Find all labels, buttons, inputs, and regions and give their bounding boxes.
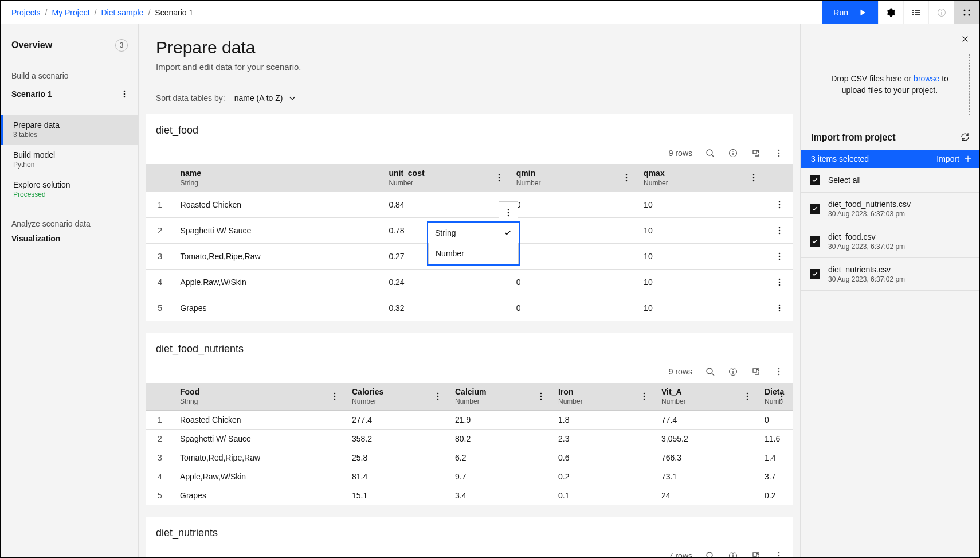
info-icon[interactable] bbox=[728, 551, 738, 557]
table-title: diet_food_nutrients bbox=[146, 333, 793, 363]
row-menu-icon[interactable] bbox=[771, 300, 787, 316]
column-menu-icon[interactable] bbox=[618, 170, 634, 186]
row-count: 9 rows bbox=[669, 367, 692, 376]
table-row: 4Apple,Raw,W/Skin0.24010 bbox=[146, 270, 793, 295]
table-menu-icon[interactable] bbox=[774, 366, 784, 377]
row-menu-icon[interactable] bbox=[771, 223, 787, 239]
sidebar-left: Overview 3 Build a scenario Scenario 1 P… bbox=[1, 24, 139, 557]
table-row: 1Roasted Chicken0.84010 bbox=[146, 192, 793, 218]
dropzone[interactable]: Drop CSV files here or browse to upload … bbox=[810, 54, 970, 115]
table-title: diet_nutrients bbox=[146, 517, 793, 547]
name-column-kebab[interactable] bbox=[499, 201, 518, 224]
import-from-project-title: Import from project bbox=[811, 132, 896, 143]
sidebar-item-prepare-data[interactable]: Prepare data3 tables bbox=[1, 115, 138, 145]
search-icon[interactable] bbox=[705, 148, 715, 158]
build-scenario-label: Build a scenario bbox=[1, 61, 138, 84]
file-row[interactable]: diet_food.csv30 Aug 2023, 6:37:02 pm bbox=[801, 225, 979, 258]
select-all-row[interactable]: Select all bbox=[801, 168, 979, 193]
breadcrumb-projects[interactable]: Projects bbox=[11, 8, 41, 17]
page-title: Prepare data bbox=[156, 38, 783, 57]
column-type-dropdown[interactable]: String Number bbox=[427, 221, 520, 266]
run-button[interactable]: Run bbox=[822, 1, 878, 24]
import-panel: Drop CSV files here or browse to upload … bbox=[800, 24, 979, 557]
search-icon[interactable] bbox=[705, 551, 715, 557]
file-checkbox[interactable] bbox=[810, 269, 820, 279]
column-menu-icon[interactable] bbox=[746, 170, 762, 186]
table-row: 2Spaghetti W/ Sauce358.280.22.33,055.211… bbox=[146, 430, 793, 448]
breadcrumb-diet-sample[interactable]: Diet sample bbox=[101, 8, 143, 17]
row-menu-icon[interactable] bbox=[771, 248, 787, 264]
sort-label: Sort data tables by: bbox=[156, 93, 225, 103]
row-menu-icon[interactable] bbox=[771, 274, 787, 290]
import-button[interactable]: Import bbox=[936, 154, 972, 163]
table-menu-icon[interactable] bbox=[774, 148, 784, 158]
browse-link[interactable]: browse bbox=[914, 74, 939, 83]
export-icon[interactable] bbox=[751, 148, 761, 158]
column-menu-icon[interactable] bbox=[774, 388, 790, 404]
info-icon[interactable] bbox=[728, 148, 738, 158]
export-icon[interactable] bbox=[751, 366, 761, 377]
page-description: Import and edit data for your scenario. bbox=[156, 62, 783, 72]
analyze-label: Analyze scenario data bbox=[1, 204, 138, 232]
grid-icon[interactable] bbox=[954, 1, 979, 24]
table-row: 4Apple,Raw,W/Skin81.49.70.273.13.7 bbox=[146, 467, 793, 486]
breadcrumb: Projects/ My Project/ Diet sample/ Scena… bbox=[11, 8, 193, 17]
file-row[interactable]: diet_nutrients.csv30 Aug 2023, 6:37:02 p… bbox=[801, 258, 979, 291]
sidebar-item-visualization[interactable]: Visualization bbox=[1, 232, 138, 249]
row-menu-icon[interactable] bbox=[771, 197, 787, 213]
column-menu-icon[interactable] bbox=[739, 388, 755, 404]
scenario-name: Scenario 1 bbox=[11, 89, 52, 99]
overview-count-badge: 3 bbox=[115, 39, 128, 52]
file-row[interactable]: diet_food_nutrients.csv30 Aug 2023, 6:37… bbox=[801, 193, 979, 225]
table-row: 1Roasted Chicken277.421.91.877.40 bbox=[146, 411, 793, 430]
file-checkbox[interactable] bbox=[810, 204, 820, 214]
export-icon[interactable] bbox=[751, 551, 761, 557]
items-selected-label: 3 items selected bbox=[811, 154, 869, 163]
table-title: diet_food bbox=[146, 114, 793, 145]
table-row: 5Grapes0.32010 bbox=[146, 295, 793, 321]
settings-icon[interactable] bbox=[878, 1, 903, 24]
info-icon[interactable] bbox=[928, 1, 954, 24]
column-menu-icon[interactable] bbox=[533, 388, 549, 404]
close-icon[interactable] bbox=[956, 30, 974, 48]
list-icon[interactable] bbox=[903, 1, 928, 24]
breadcrumb-my-project[interactable]: My Project bbox=[52, 8, 89, 17]
type-option-string[interactable]: String bbox=[428, 223, 519, 243]
type-option-number[interactable]: Number bbox=[428, 243, 519, 264]
table-row: 5Grapes15.13.40.1240.2 bbox=[146, 486, 793, 505]
column-menu-icon[interactable] bbox=[430, 388, 446, 404]
sort-select[interactable]: name (A to Z) bbox=[234, 93, 297, 103]
select-all-checkbox[interactable] bbox=[810, 175, 820, 185]
search-icon[interactable] bbox=[705, 366, 715, 377]
scenario-menu-icon[interactable] bbox=[116, 86, 132, 102]
column-menu-icon[interactable] bbox=[327, 388, 343, 404]
column-menu-icon[interactable] bbox=[636, 388, 652, 404]
row-count: 9 rows bbox=[669, 149, 692, 158]
file-checkbox[interactable] bbox=[810, 236, 820, 247]
table-menu-icon[interactable] bbox=[774, 551, 784, 557]
overview-title: Overview bbox=[11, 40, 52, 50]
sidebar-item-explore-solution[interactable]: Explore solutionProcessed bbox=[1, 174, 138, 204]
column-menu-icon[interactable] bbox=[491, 170, 507, 186]
info-icon[interactable] bbox=[728, 366, 738, 377]
sidebar-item-build-model[interactable]: Build modelPython bbox=[1, 145, 138, 174]
refresh-icon[interactable] bbox=[961, 132, 971, 143]
table-row: 3Tomato,Red,Ripe,Raw25.86.20.6766.31.4 bbox=[146, 448, 793, 467]
row-count: 7 rows bbox=[669, 551, 692, 557]
breadcrumb-scenario: Scenario 1 bbox=[155, 8, 193, 17]
